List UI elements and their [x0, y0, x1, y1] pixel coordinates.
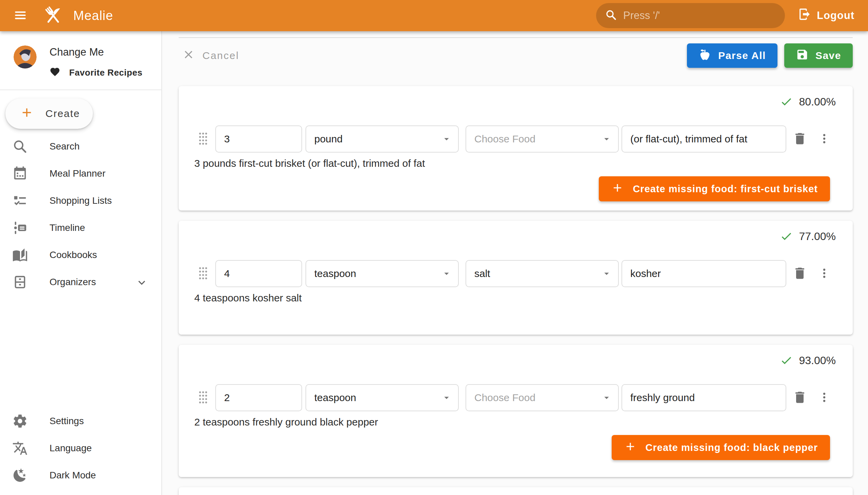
note-field-wrap	[622, 260, 786, 287]
calendar-icon	[12, 166, 28, 182]
confidence-row: 77.00%	[190, 229, 836, 243]
sidebar-item-dark-mode[interactable]: Dark Mode	[0, 462, 161, 489]
sidebar-item-label: Shopping Lists	[50, 195, 112, 206]
search-input[interactable]	[623, 10, 776, 22]
note-field-wrap	[622, 384, 786, 411]
drag-handle[interactable]	[197, 266, 209, 282]
translate-icon	[12, 440, 28, 456]
sidebar-item-timeline[interactable]: Timeline	[0, 214, 161, 241]
trash-icon	[793, 131, 807, 147]
food-select[interactable]	[466, 261, 618, 287]
row-menu-button[interactable]	[817, 130, 831, 148]
chevron-down-icon[interactable]	[135, 275, 149, 289]
create-button[interactable]: Create	[5, 98, 93, 129]
create-missing-food-button[interactable]: Create missing food: first-cut brisket	[599, 176, 830, 201]
sidebar-item-label: Dark Mode	[50, 470, 96, 481]
logout-label: Logout	[817, 10, 854, 22]
confidence-row: 93.00%	[190, 354, 836, 367]
sidebar-item-settings[interactable]: Settings	[0, 408, 161, 434]
save-icon	[796, 48, 809, 63]
menu-toggle-button[interactable]	[10, 5, 31, 26]
food-field-wrap	[465, 384, 619, 411]
confidence-row: 80.00%	[190, 95, 836, 108]
global-search[interactable]	[596, 3, 785, 28]
ingredient-card-partial	[179, 487, 853, 495]
save-button[interactable]: Save	[784, 44, 853, 68]
plus-icon	[611, 182, 624, 197]
sidebar-item-shopping-lists[interactable]: Shopping Lists	[0, 187, 161, 214]
drag-handle[interactable]	[197, 390, 209, 406]
note-input[interactable]	[622, 261, 786, 287]
logout-button[interactable]: Logout	[798, 7, 854, 24]
content-top-divider	[179, 37, 853, 38]
heart-icon	[50, 66, 61, 79]
unit-select[interactable]	[306, 126, 458, 152]
sidebar-item-search[interactable]: Search	[0, 133, 161, 160]
search-icon	[605, 9, 617, 22]
sidebar-item-label: Language	[50, 443, 92, 454]
plus-icon	[624, 440, 637, 455]
cancel-button[interactable]: Cancel	[182, 48, 239, 63]
ingredient-list: 80.00%	[179, 86, 853, 495]
ingredient-card: 77.00%	[179, 221, 853, 335]
delete-ingredient-button[interactable]	[792, 389, 808, 407]
save-label: Save	[815, 50, 841, 62]
unit-select[interactable]	[306, 261, 458, 287]
timeline-icon	[12, 220, 28, 236]
quantity-input[interactable]	[216, 261, 302, 287]
delete-ingredient-button[interactable]	[792, 265, 808, 283]
original-ingredient-text: 2 teaspoons freshly ground black pepper	[194, 416, 836, 428]
sidebar-item-cookbooks[interactable]: Cookbooks	[0, 241, 161, 269]
create-missing-food-label: Create missing food: black pepper	[646, 442, 818, 453]
sidebar-divider	[0, 89, 161, 90]
cancel-label: Cancel	[202, 50, 239, 62]
ingredient-fields-row	[190, 125, 836, 153]
close-icon	[182, 48, 195, 63]
row-menu-button[interactable]	[817, 389, 831, 407]
confidence-value: 93.00%	[799, 354, 836, 367]
sidebar-item-label: Cookbooks	[50, 250, 97, 260]
food-field-wrap	[465, 125, 619, 153]
row-menu-button[interactable]	[817, 265, 831, 283]
original-ingredient-text: 3 pounds first-cut brisket (or flat-cut)…	[194, 157, 836, 170]
sidebar-item-meal-planner[interactable]: Meal Planner	[0, 160, 161, 187]
unit-field-wrap	[306, 125, 459, 153]
delete-ingredient-button[interactable]	[792, 130, 808, 148]
user-block[interactable]: Change Me Favorite Recipes	[0, 31, 161, 79]
apple-icon	[698, 48, 711, 63]
favorite-recipes-link[interactable]: Favorite Recipes	[50, 66, 142, 79]
trash-icon	[793, 390, 807, 406]
food-select[interactable]	[466, 385, 618, 411]
sidebar-item-label: Search	[50, 141, 80, 152]
sidebar-item-language[interactable]: Language	[0, 434, 161, 462]
moon-stars-icon	[12, 467, 28, 483]
quantity-field-wrap	[215, 384, 302, 411]
sidebar-item-organizers[interactable]: Organizers	[0, 269, 161, 296]
quantity-input[interactable]	[216, 126, 302, 152]
trash-icon	[793, 266, 807, 282]
create-missing-row: Create missing food: first-cut brisket	[190, 176, 836, 201]
unit-select[interactable]	[306, 385, 458, 411]
confidence-value: 80.00%	[799, 96, 836, 108]
sidebar-item-label: Organizers	[50, 277, 96, 288]
sidebar-item-label: Timeline	[50, 222, 85, 233]
kebab-icon	[818, 391, 830, 405]
drag-handle[interactable]	[197, 131, 209, 147]
check-icon	[780, 354, 793, 367]
quantity-input[interactable]	[216, 385, 302, 411]
note-input[interactable]	[622, 126, 786, 152]
parse-all-button[interactable]: Parse All	[687, 44, 778, 68]
sidebar-item-label: Settings	[50, 416, 84, 427]
sidebar-nav: Search Meal Planner Shopping Lists Timel…	[0, 133, 161, 296]
parser-toolbar: Cancel Parse All Save	[179, 44, 853, 68]
user-name: Change Me	[50, 46, 142, 58]
kebab-icon	[818, 267, 830, 280]
create-missing-row: Create missing food: black pepper	[190, 435, 836, 460]
logout-icon	[798, 7, 811, 24]
food-select[interactable]	[466, 126, 618, 152]
original-ingredient-text: 4 teaspoons kosher salt	[194, 292, 836, 304]
app-header: Mealie Logout	[0, 0, 868, 31]
search-icon	[12, 139, 28, 154]
note-input[interactable]	[622, 385, 786, 411]
create-missing-food-button[interactable]: Create missing food: black pepper	[612, 435, 830, 460]
